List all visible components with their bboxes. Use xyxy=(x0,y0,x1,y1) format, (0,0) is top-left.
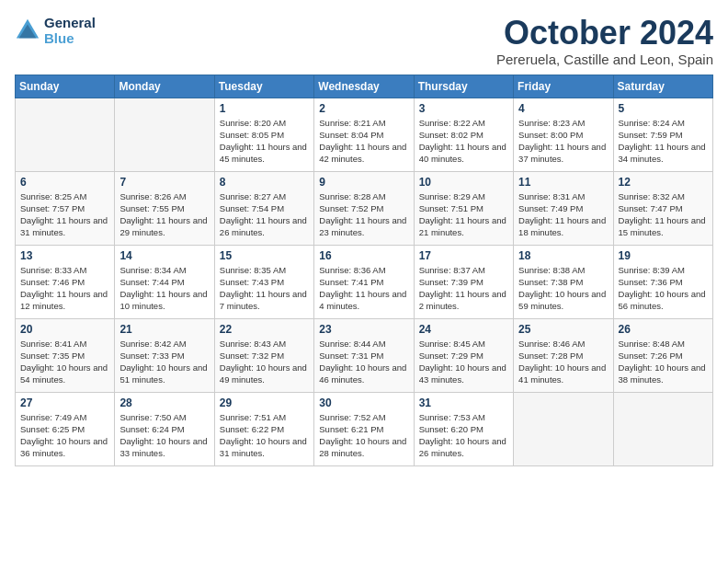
calendar-week-row: 27Sunrise: 7:49 AM Sunset: 6:25 PM Dayli… xyxy=(16,392,713,465)
calendar-cell xyxy=(514,392,613,465)
day-number: 22 xyxy=(220,323,309,336)
day-number: 17 xyxy=(419,249,508,262)
day-info: Sunrise: 7:52 AM Sunset: 6:21 PM Dayligh… xyxy=(319,411,408,460)
logo-text: General Blue xyxy=(44,15,96,46)
calendar-week-row: 13Sunrise: 8:33 AM Sunset: 7:46 PM Dayli… xyxy=(16,245,713,318)
calendar-cell: 17Sunrise: 8:37 AM Sunset: 7:39 PM Dayli… xyxy=(414,245,513,318)
calendar-cell: 7Sunrise: 8:26 AM Sunset: 7:55 PM Daylig… xyxy=(115,171,214,245)
day-header-wednesday: Wednesday xyxy=(314,75,414,98)
calendar-cell: 24Sunrise: 8:45 AM Sunset: 7:29 PM Dayli… xyxy=(414,318,513,392)
day-number: 14 xyxy=(119,249,209,262)
day-number: 11 xyxy=(518,176,608,189)
day-number: 27 xyxy=(20,396,109,409)
calendar-week-row: 20Sunrise: 8:41 AM Sunset: 7:35 PM Dayli… xyxy=(16,318,713,392)
calendar-cell: 31Sunrise: 7:53 AM Sunset: 6:20 PM Dayli… xyxy=(414,392,513,465)
day-info: Sunrise: 8:48 AM Sunset: 7:26 PM Dayligh… xyxy=(619,338,708,386)
day-info: Sunrise: 8:44 AM Sunset: 7:31 PM Dayligh… xyxy=(319,338,408,386)
calendar-cell: 22Sunrise: 8:43 AM Sunset: 7:32 PM Dayli… xyxy=(214,318,313,392)
day-info: Sunrise: 8:26 AM Sunset: 7:55 PM Dayligh… xyxy=(119,190,209,239)
day-info: Sunrise: 8:41 AM Sunset: 7:35 PM Dayligh… xyxy=(20,338,109,386)
day-number: 31 xyxy=(419,396,508,409)
day-number: 16 xyxy=(319,249,408,262)
day-info: Sunrise: 8:39 AM Sunset: 7:36 PM Dayligh… xyxy=(619,264,708,313)
day-number: 2 xyxy=(319,102,408,115)
day-number: 3 xyxy=(419,102,508,115)
calendar-cell: 4Sunrise: 8:23 AM Sunset: 8:00 PM Daylig… xyxy=(514,98,613,171)
calendar-cell: 15Sunrise: 8:35 AM Sunset: 7:43 PM Dayli… xyxy=(214,245,313,318)
calendar-cell: 18Sunrise: 8:38 AM Sunset: 7:38 PM Dayli… xyxy=(514,245,613,318)
calendar-week-row: 1Sunrise: 8:20 AM Sunset: 8:05 PM Daylig… xyxy=(16,98,713,171)
calendar-cell: 11Sunrise: 8:31 AM Sunset: 7:49 PM Dayli… xyxy=(514,171,613,245)
calendar-cell: 12Sunrise: 8:32 AM Sunset: 7:47 PM Dayli… xyxy=(613,171,712,245)
day-header-monday: Monday xyxy=(115,75,214,98)
calendar-cell xyxy=(613,392,712,465)
calendar-cell: 2Sunrise: 8:21 AM Sunset: 8:04 PM Daylig… xyxy=(314,98,414,171)
day-number: 19 xyxy=(619,249,708,262)
calendar-cell: 29Sunrise: 7:51 AM Sunset: 6:22 PM Dayli… xyxy=(214,392,313,465)
calendar-cell: 20Sunrise: 8:41 AM Sunset: 7:35 PM Dayli… xyxy=(16,318,115,392)
calendar-cell: 21Sunrise: 8:42 AM Sunset: 7:33 PM Dayli… xyxy=(115,318,214,392)
day-info: Sunrise: 8:21 AM Sunset: 8:04 PM Dayligh… xyxy=(319,117,408,166)
calendar-cell xyxy=(115,98,214,171)
day-info: Sunrise: 8:34 AM Sunset: 7:44 PM Dayligh… xyxy=(119,264,209,313)
day-info: Sunrise: 8:35 AM Sunset: 7:43 PM Dayligh… xyxy=(220,264,309,313)
day-header-thursday: Thursday xyxy=(414,75,513,98)
day-info: Sunrise: 8:36 AM Sunset: 7:41 PM Dayligh… xyxy=(319,264,408,313)
calendar-cell: 16Sunrise: 8:36 AM Sunset: 7:41 PM Dayli… xyxy=(314,245,414,318)
day-info: Sunrise: 8:31 AM Sunset: 7:49 PM Dayligh… xyxy=(518,190,608,239)
day-number: 18 xyxy=(518,249,608,262)
day-number: 10 xyxy=(419,176,508,189)
day-info: Sunrise: 7:50 AM Sunset: 6:24 PM Dayligh… xyxy=(119,411,209,460)
calendar-cell: 9Sunrise: 8:28 AM Sunset: 7:52 PM Daylig… xyxy=(314,171,414,245)
day-header-friday: Friday xyxy=(514,75,613,98)
day-info: Sunrise: 8:37 AM Sunset: 7:39 PM Dayligh… xyxy=(419,264,508,313)
day-info: Sunrise: 8:25 AM Sunset: 7:57 PM Dayligh… xyxy=(20,190,109,239)
day-number: 12 xyxy=(619,176,708,189)
day-info: Sunrise: 7:49 AM Sunset: 6:25 PM Dayligh… xyxy=(20,411,109,460)
logo: General Blue xyxy=(15,15,96,46)
day-number: 20 xyxy=(20,323,109,336)
day-info: Sunrise: 8:45 AM Sunset: 7:29 PM Dayligh… xyxy=(419,338,508,386)
day-info: Sunrise: 8:23 AM Sunset: 8:00 PM Dayligh… xyxy=(518,117,608,166)
calendar-cell xyxy=(16,98,115,171)
calendar-cell: 1Sunrise: 8:20 AM Sunset: 8:05 PM Daylig… xyxy=(214,98,313,171)
calendar-cell: 19Sunrise: 8:39 AM Sunset: 7:36 PM Dayli… xyxy=(613,245,712,318)
calendar-cell: 3Sunrise: 8:22 AM Sunset: 8:02 PM Daylig… xyxy=(414,98,513,171)
calendar-cell: 26Sunrise: 8:48 AM Sunset: 7:26 PM Dayli… xyxy=(613,318,712,392)
day-number: 6 xyxy=(20,176,109,189)
day-info: Sunrise: 8:29 AM Sunset: 7:51 PM Dayligh… xyxy=(419,190,508,239)
day-number: 9 xyxy=(319,176,408,189)
day-number: 4 xyxy=(518,102,608,115)
day-info: Sunrise: 8:32 AM Sunset: 7:47 PM Dayligh… xyxy=(619,190,708,239)
calendar-cell: 13Sunrise: 8:33 AM Sunset: 7:46 PM Dayli… xyxy=(16,245,115,318)
day-number: 30 xyxy=(319,396,408,409)
calendar-cell: 10Sunrise: 8:29 AM Sunset: 7:51 PM Dayli… xyxy=(414,171,513,245)
calendar-cell: 8Sunrise: 8:27 AM Sunset: 7:54 PM Daylig… xyxy=(214,171,313,245)
calendar-table: SundayMondayTuesdayWednesdayThursdayFrid… xyxy=(15,75,713,466)
day-number: 23 xyxy=(319,323,408,336)
day-number: 13 xyxy=(20,249,109,262)
day-number: 7 xyxy=(119,176,209,189)
calendar-cell: 25Sunrise: 8:46 AM Sunset: 7:28 PM Dayli… xyxy=(514,318,613,392)
calendar-cell: 27Sunrise: 7:49 AM Sunset: 6:25 PM Dayli… xyxy=(16,392,115,465)
day-header-tuesday: Tuesday xyxy=(214,75,313,98)
day-info: Sunrise: 8:43 AM Sunset: 7:32 PM Dayligh… xyxy=(220,338,309,386)
day-header-saturday: Saturday xyxy=(613,75,712,98)
calendar-week-row: 6Sunrise: 8:25 AM Sunset: 7:57 PM Daylig… xyxy=(16,171,713,245)
location: Pereruela, Castille and Leon, Spain xyxy=(496,52,713,67)
day-info: Sunrise: 8:20 AM Sunset: 8:05 PM Dayligh… xyxy=(220,117,309,166)
page-header: General Blue October 2024 Pereruela, Cas… xyxy=(15,15,713,67)
day-number: 15 xyxy=(220,249,309,262)
day-info: Sunrise: 8:28 AM Sunset: 7:52 PM Dayligh… xyxy=(319,190,408,239)
calendar-cell: 5Sunrise: 8:24 AM Sunset: 7:59 PM Daylig… xyxy=(613,98,712,171)
day-number: 28 xyxy=(119,396,209,409)
month-title: October 2024 xyxy=(496,15,713,52)
title-block: October 2024 Pereruela, Castille and Leo… xyxy=(496,15,713,67)
day-info: Sunrise: 7:53 AM Sunset: 6:20 PM Dayligh… xyxy=(419,411,508,460)
day-info: Sunrise: 8:46 AM Sunset: 7:28 PM Dayligh… xyxy=(518,338,608,386)
calendar-cell: 14Sunrise: 8:34 AM Sunset: 7:44 PM Dayli… xyxy=(115,245,214,318)
day-info: Sunrise: 8:38 AM Sunset: 7:38 PM Dayligh… xyxy=(518,264,608,313)
day-info: Sunrise: 8:42 AM Sunset: 7:33 PM Dayligh… xyxy=(119,338,209,386)
day-number: 25 xyxy=(518,323,608,336)
day-header-sunday: Sunday xyxy=(16,75,115,98)
